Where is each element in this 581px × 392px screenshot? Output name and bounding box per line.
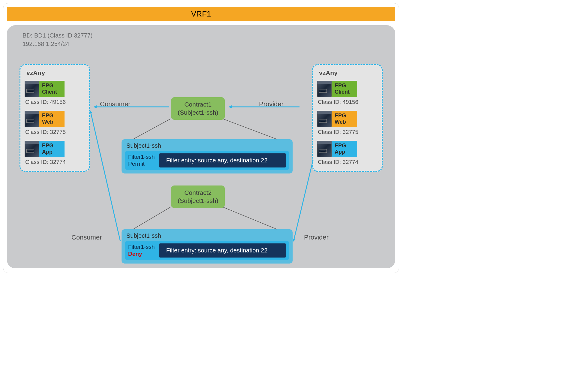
class-id: Class ID: 49156: [25, 99, 85, 105]
epg-row: EPG App: [25, 141, 85, 157]
server-icon: [317, 111, 332, 127]
vzany-title-right: vzAny: [319, 69, 378, 77]
subject2-title: Subject1-ssh: [126, 232, 289, 239]
filter1-label: Filter1-ssh Permit: [128, 154, 155, 167]
epg-label: EPG App: [39, 141, 65, 157]
epg-line2: Web: [42, 119, 62, 125]
epg-line2: Client: [42, 89, 62, 95]
filter1-name: Filter1-ssh: [128, 154, 155, 161]
provider-label-1: Provider: [259, 100, 284, 108]
contract1-name: Contract1: [178, 100, 218, 108]
consumer-label-1: Consumer: [100, 100, 130, 108]
epg-label: EPG Client: [332, 81, 357, 97]
arrow-contract2-consumer: [90, 111, 120, 241]
epg-line1: EPG: [42, 113, 62, 119]
epg-label: EPG App: [332, 141, 357, 157]
epg-row: EPG Web: [317, 111, 378, 127]
epg-line1: EPG: [42, 83, 62, 89]
server-icon: [25, 111, 39, 127]
filter2-label: Filter1-ssh Deny: [128, 244, 155, 258]
epg-line2: Web: [335, 119, 354, 125]
contract1-box: Contract1 (Subject1-ssh): [171, 97, 225, 120]
epg-row: EPG Web: [25, 111, 85, 127]
server-icon: [25, 81, 39, 97]
filter2-name: Filter1-ssh: [128, 244, 155, 251]
consumer-label-2: Consumer: [71, 234, 102, 241]
epg-list-right: EPG Client Class ID: 49156 EPG Web Class…: [317, 81, 378, 165]
subject2-container: Subject1-ssh Filter1-ssh Deny Filter ent…: [122, 229, 293, 264]
epg-row: EPG App: [317, 141, 378, 157]
epg-line1: EPG: [335, 143, 354, 149]
provider-label-2: Provider: [304, 234, 329, 241]
epg-line1: EPG: [335, 113, 354, 119]
contract1-subject: (Subject1-ssh): [178, 108, 218, 116]
bd-container: BD: BD1 (Class ID 32777) 192.168.1.254/2…: [7, 25, 395, 268]
contract2-subject: (Subject1-ssh): [178, 197, 218, 205]
epg-row: EPG Client: [25, 81, 85, 97]
class-id: Class ID: 32775: [318, 129, 378, 135]
filter2-action: Deny: [128, 251, 155, 258]
epg-line2: Client: [335, 89, 354, 95]
filter1-action: Permit: [128, 161, 155, 167]
filter1-entry: Filter entry: source any, destination 22: [159, 153, 286, 167]
epg-line2: App: [335, 149, 354, 155]
epg-row: EPG Client: [317, 81, 378, 97]
epg-label: EPG Web: [39, 111, 65, 127]
server-icon: [317, 141, 332, 157]
filter2-entry: Filter entry: source any, destination 22: [159, 243, 286, 258]
class-id: Class ID: 32774: [25, 159, 85, 165]
class-id: Class ID: 32774: [318, 159, 378, 165]
tree-line-c2-left: [133, 207, 170, 229]
vzany-right: vzAny EPG Client Class ID: 49156 EPG Web…: [312, 64, 383, 172]
server-icon: [25, 141, 39, 157]
contract2-name: Contract2: [178, 188, 218, 197]
tree-line-c2-right: [223, 207, 277, 229]
bd-header-line2: 192.168.1.254/24: [23, 40, 387, 48]
class-id: Class ID: 32775: [25, 129, 85, 135]
epg-list-left: EPG Client Class ID: 49156 EPG Web Class…: [25, 81, 85, 165]
subject1-title: Subject1-ssh: [126, 142, 289, 149]
epg-line2: App: [42, 149, 62, 155]
contract2-box: Contract2 (Subject1-ssh): [171, 185, 225, 208]
epg-label: EPG Client: [39, 81, 65, 97]
subject1-container: Subject1-ssh Filter1-ssh Permit Filter e…: [122, 139, 293, 173]
tree-line-c1-left: [133, 119, 170, 139]
tree-line-c1-right: [223, 119, 277, 139]
epg-line1: EPG: [335, 83, 354, 89]
server-icon: [317, 81, 332, 97]
diagram-root: VRF1 BD: BD1 (Class ID 32777) 192.168.1.…: [3, 3, 399, 273]
bd-header: BD: BD1 (Class ID 32777) 192.168.1.254/2…: [23, 31, 387, 48]
vzany-title-left: vzAny: [26, 69, 85, 77]
bd-header-line1: BD: BD1 (Class ID 32777): [23, 31, 387, 40]
arrow-provider-contract2: [294, 160, 313, 241]
vzany-left: vzAny EPG Client Class ID: 49156 EPG Web…: [20, 64, 90, 172]
filter1-row: Filter1-ssh Permit Filter entry: source …: [125, 151, 289, 170]
vrf-title: VRF1: [7, 7, 395, 21]
filter2-row: Filter1-ssh Deny Filter entry: source an…: [125, 241, 289, 260]
class-id: Class ID: 49156: [318, 99, 378, 105]
epg-line1: EPG: [42, 143, 62, 149]
epg-label: EPG Web: [332, 111, 357, 127]
